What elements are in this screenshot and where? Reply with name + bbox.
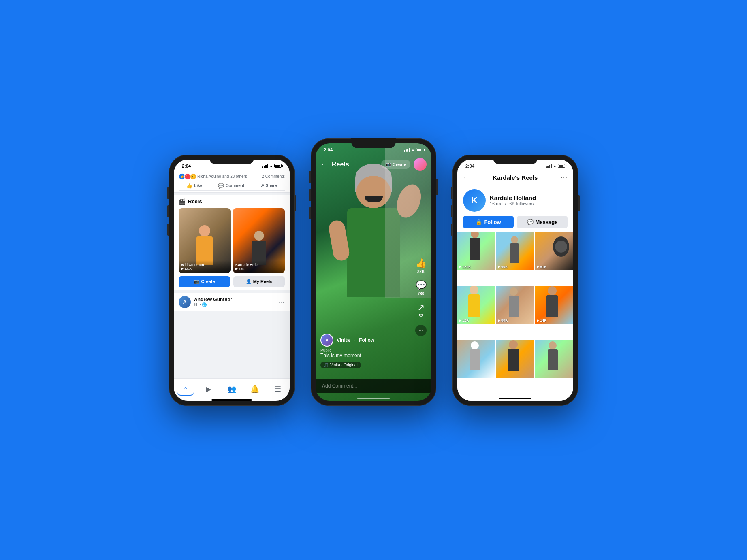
lock-icon: 🔒	[476, 219, 482, 225]
create-pill[interactable]: 📷 Create	[381, 160, 410, 169]
signal-icon-3	[546, 164, 552, 168]
phone-1-screen: 2:04 ▲	[174, 160, 290, 401]
reels-header: 🎬 Reels ···	[179, 198, 285, 205]
comment-button[interactable]: 💬 Comment	[218, 183, 244, 189]
notch-1	[209, 155, 254, 164]
reaction-row: 👍 ❤️ 😆 Richa Aquino and 23 others 2 Comm…	[179, 173, 285, 180]
wifi-icon: ▲	[269, 164, 273, 168]
reel-privacy: Public	[320, 348, 407, 353]
share-button[interactable]: ↗ Share	[260, 183, 277, 189]
profile-name: Kardale Holland	[490, 194, 568, 201]
nav-friends[interactable]: 👥	[224, 383, 240, 396]
views-1: 121K	[462, 265, 471, 269]
views-3: 81K	[540, 265, 547, 269]
nav-bell[interactable]: 🔔	[247, 383, 263, 396]
reel-actions: 👍 22K 💬 780 ↗ 52 ···	[415, 258, 427, 336]
phone-3: 2:04 ▲ ← K	[452, 155, 578, 406]
poster-info: A Andrew Gunther 8h · 🌐	[179, 296, 232, 308]
profile-details: Kardale Holland 16 reels · 6K followers	[490, 194, 568, 206]
camera-icon: 📷	[194, 279, 199, 284]
create-button[interactable]: 📷 Create	[179, 276, 230, 287]
reels-more[interactable]: ···	[279, 198, 285, 205]
views-5: 80K	[501, 318, 508, 322]
grid-reel-4[interactable]: ▶ 12K	[457, 286, 495, 324]
grid-reel-6[interactable]: ▶ 14K	[535, 286, 573, 324]
like-icon: 👍	[186, 183, 192, 189]
grid-reel-8[interactable]	[496, 340, 534, 378]
share-icon: ↗	[260, 183, 264, 189]
grid-reel-2[interactable]: ▶ 90K	[496, 232, 534, 270]
haha-reaction: 😆	[190, 173, 196, 180]
comment-icon: 💬	[218, 183, 224, 189]
reel1-info: Will Coleman ▶ 121K	[179, 260, 231, 273]
nav-video[interactable]: ▶	[201, 383, 217, 396]
reel-info-1: ▶ 121K	[459, 265, 471, 269]
poster-details: Andrew Gunther 8h · 🌐	[194, 297, 232, 307]
action-buttons: 👍 Like 💬 Comment ↗ Share	[179, 181, 285, 191]
reel-info-2: ▶ 90K	[498, 265, 508, 269]
phone-2: 2:04 ▲	[311, 138, 436, 406]
status-bar-2: 2:04 ▲	[316, 143, 431, 155]
grid-reel-1[interactable]: ▶ 121K	[457, 232, 495, 270]
poster-name: Andrew Gunther	[194, 297, 232, 302]
like-action[interactable]: 👍 22K	[416, 258, 427, 274]
message-button[interactable]: 💬 Message	[517, 216, 568, 228]
post-more[interactable]: ···	[279, 299, 285, 305]
play-icon-2: ▶	[498, 265, 500, 268]
home-bar-2	[357, 398, 390, 399]
more-action-icon: ···	[415, 325, 427, 336]
bottom-nav: ⌂ ▶ 👥 🔔 ☰	[174, 378, 290, 398]
reel2-name: Kardale Holla	[235, 263, 282, 267]
more-action[interactable]: ···	[415, 325, 427, 336]
reel-user-avatar-top[interactable]	[414, 158, 427, 171]
profile-stats: 16 reels · 6K followers	[490, 201, 568, 206]
grid-reel-5[interactable]: ▶ 80K	[496, 286, 534, 324]
follow-button[interactable]: 🔒 Follow	[463, 216, 514, 228]
grid-reel-7[interactable]	[457, 340, 495, 378]
back-arrow-3[interactable]: ←	[463, 174, 470, 181]
reel-thumb-1[interactable]: Will Coleman ▶ 121K	[179, 208, 231, 273]
phone-3-screen: 2:04 ▲ ← K	[457, 160, 573, 401]
back-arrow-2[interactable]: ←	[320, 160, 328, 168]
home-bar-3	[457, 393, 573, 401]
reel-username: Vinita	[337, 337, 350, 343]
post-section: A Andrew Gunther 8h · 🌐 ···	[174, 293, 290, 311]
reels-section: 🎬 Reels ···	[174, 195, 290, 290]
comment-input[interactable]: Add Comment...	[322, 383, 357, 389]
reel-song[interactable]: 🎵 Vinita · Original	[320, 362, 361, 368]
share-count: 52	[418, 314, 423, 318]
comment-action[interactable]: 💬 780	[416, 280, 427, 296]
play-icon-5: ▶	[498, 319, 500, 322]
myreels-button[interactable]: 👤 My Reels	[233, 276, 285, 287]
like-button[interactable]: 👍 Like	[186, 183, 202, 189]
reel-info-4: ▶ 12K	[459, 318, 469, 322]
nav-menu[interactable]: ☰	[270, 383, 286, 396]
profile-avatar: K	[463, 189, 486, 212]
camera-icon-2: 📷	[385, 162, 391, 167]
battery-icon-3	[558, 164, 565, 168]
play-icon-1: ▶	[459, 265, 461, 268]
views-2: 90K	[501, 265, 508, 269]
reel-follow-btn[interactable]: Follow	[359, 337, 374, 343]
profile-more[interactable]: ···	[561, 174, 568, 181]
reel-bottom-info: V Vinita · Follow Public This is my mome…	[320, 334, 407, 368]
poster-avatar: A	[179, 296, 191, 308]
reels-grid-profile: ▶ 121K ▶ 90K	[457, 232, 573, 393]
grid-reel-9[interactable]	[535, 340, 573, 378]
reel-user-row: V Vinita · Follow	[320, 334, 407, 347]
reels-title: 🎬 Reels	[179, 198, 202, 205]
share-action[interactable]: ↗ 52	[417, 302, 425, 318]
play-icon-4: ▶	[459, 319, 461, 322]
wifi-icon-3: ▲	[553, 164, 557, 168]
time-1: 2:04	[182, 164, 191, 168]
phone-2-screen: 2:04 ▲	[316, 143, 431, 401]
comment-action-icon: 💬	[416, 280, 427, 291]
bell-icon: 🔔	[250, 385, 259, 394]
grid-reel-3[interactable]: ▶ 81K	[535, 232, 573, 270]
reel-thumb-2[interactable]: Kardale Holla ▶ 88K	[233, 208, 285, 273]
reels-title-2: Reels	[332, 161, 381, 168]
time-3: 2:04	[465, 164, 474, 168]
reel-comment-bar: Add Comment...	[316, 379, 431, 393]
signal-icon-2	[404, 148, 410, 152]
nav-home[interactable]: ⌂	[177, 383, 194, 396]
